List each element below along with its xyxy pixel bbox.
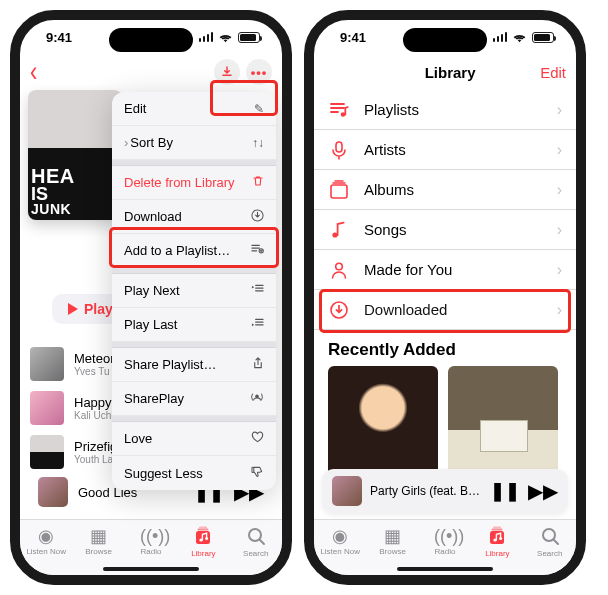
sort-arrows-icon: ↑↓: [252, 136, 264, 150]
row-label: Artists: [364, 141, 406, 158]
menu-item-share-playlist[interactable]: Share Playlist…: [112, 348, 276, 382]
album-cover: [448, 366, 558, 476]
heart-icon: [251, 431, 264, 446]
tab-listen-now[interactable]: ◉ Listen Now: [314, 526, 366, 556]
library-row-made-for-you[interactable]: Made for You ›: [314, 250, 576, 290]
menu-item-play-last[interactable]: Play Last: [112, 308, 276, 342]
wifi-icon: [512, 32, 527, 43]
play-circle-icon: ◉: [329, 526, 351, 546]
wifi-icon: [218, 32, 233, 43]
tab-search[interactable]: Search: [524, 526, 576, 558]
library-row-artists[interactable]: Artists ›: [314, 130, 576, 170]
svg-point-21: [543, 529, 555, 541]
now-playing-title: Party Girls (feat. Buju Banto…: [370, 484, 482, 498]
shareplay-icon: [250, 391, 264, 406]
menu-label: Love: [124, 431, 152, 446]
albums-icon: [328, 180, 350, 200]
menu-item-play-next[interactable]: Play Next: [112, 274, 276, 308]
library-row-albums[interactable]: Albums ›: [314, 170, 576, 210]
library-row-downloaded[interactable]: Downloaded ›: [314, 290, 576, 330]
queue-next-icon: [251, 283, 264, 298]
chevron-right-icon: ›: [124, 135, 128, 150]
menu-label: Add to a Playlist…: [124, 243, 230, 258]
playlists-icon: [328, 100, 350, 120]
album-cover: [328, 366, 438, 476]
menu-item-download[interactable]: Download: [112, 200, 276, 234]
status-time: 9:41: [340, 30, 366, 45]
tab-browse[interactable]: ▦ Browse: [367, 526, 419, 556]
note-icon: [328, 220, 350, 240]
svg-point-20: [499, 537, 502, 540]
menu-label: Edit: [124, 101, 146, 116]
menu-item-shareplay[interactable]: SharePlay: [112, 382, 276, 416]
menu-label: SharePlay: [124, 391, 184, 406]
pause-button[interactable]: ❚❚: [490, 480, 520, 502]
row-label: Downloaded: [364, 301, 447, 318]
svg-rect-3: [252, 467, 254, 472]
now-playing-bar[interactable]: Party Girls (feat. Buju Banto… ❚❚ ▶▶: [322, 469, 568, 513]
menu-label: Download: [124, 209, 182, 224]
share-icon: [252, 357, 264, 373]
library-list: Playlists › Artists › Albums › Songs ›: [314, 90, 576, 330]
cellular-icon: [199, 32, 214, 42]
album-art: HEA IS JUNK: [28, 90, 122, 220]
home-indicator: [397, 567, 493, 571]
edit-button[interactable]: Edit: [540, 64, 566, 81]
menu-item-edit[interactable]: Edit ✎: [112, 92, 276, 126]
menu-label: Play Next: [124, 283, 180, 298]
download-circle-icon: [328, 300, 350, 320]
menu-item-add-to-playlist[interactable]: Add to a Playlist…: [112, 234, 276, 268]
dynamic-island: [109, 28, 193, 52]
library-row-playlists[interactable]: Playlists ›: [314, 90, 576, 130]
thumbs-down-icon: [251, 466, 264, 481]
now-playing-thumb: [332, 476, 362, 506]
row-label: Songs: [364, 221, 407, 238]
library-icon: [486, 526, 508, 548]
grid-icon: ▦: [382, 526, 404, 546]
chevron-right-icon: ›: [557, 101, 562, 119]
trash-icon: [252, 175, 264, 190]
menu-item-sort-by[interactable]: ›Sort By ↑↓: [112, 126, 276, 160]
nav-bar: Library Edit: [314, 54, 576, 90]
svg-rect-18: [493, 527, 501, 529]
next-button[interactable]: ▶▶: [528, 479, 558, 503]
page-title: Library: [425, 64, 476, 81]
queue-last-icon: [251, 317, 264, 332]
menu-item-suggest-less[interactable]: Suggest Less: [112, 456, 276, 490]
menu-item-delete[interactable]: Delete from Library: [112, 166, 276, 200]
chevron-right-icon: ›: [557, 141, 562, 159]
row-label: Playlists: [364, 101, 419, 118]
library-row-songs[interactable]: Songs ›: [314, 210, 576, 250]
radio-icon: ((•)): [434, 526, 456, 546]
menu-label: Share Playlist…: [124, 357, 216, 372]
chevron-right-icon: ›: [557, 221, 562, 239]
recently-added-heading: Recently Added: [314, 330, 576, 366]
playlist-add-icon: [251, 243, 264, 258]
row-label: Albums: [364, 181, 414, 198]
pencil-icon: ✎: [254, 102, 264, 116]
mic-icon: [328, 140, 350, 160]
svg-point-14: [336, 263, 343, 270]
tab-library[interactable]: Library: [471, 526, 523, 558]
context-menu: Edit ✎ ›Sort By ↑↓ Delete from Library: [112, 92, 276, 490]
row-label: Made for You: [364, 261, 452, 278]
chevron-right-icon: ›: [557, 181, 562, 199]
svg-rect-17: [492, 529, 503, 531]
download-circle-icon: [251, 209, 264, 225]
person-icon: [328, 260, 350, 280]
dynamic-island: [403, 28, 487, 52]
menu-item-love[interactable]: Love: [112, 422, 276, 456]
battery-icon: [532, 32, 554, 43]
menu-label: Delete from Library: [124, 175, 235, 190]
tab-radio[interactable]: ((•)) Radio: [419, 526, 471, 556]
svg-rect-12: [331, 185, 347, 198]
phone-right: 9:41 Library Edit Playlists ›: [304, 10, 586, 585]
phone-left: 9:41 ‹ •••: [10, 10, 292, 585]
battery-icon: [238, 32, 260, 43]
menu-label: Play Last: [124, 317, 177, 332]
cellular-icon: [493, 32, 508, 42]
chevron-right-icon: ›: [557, 261, 562, 279]
svg-rect-11: [336, 142, 342, 152]
menu-label: Suggest Less: [124, 466, 203, 481]
chevron-right-icon: ›: [557, 301, 562, 319]
